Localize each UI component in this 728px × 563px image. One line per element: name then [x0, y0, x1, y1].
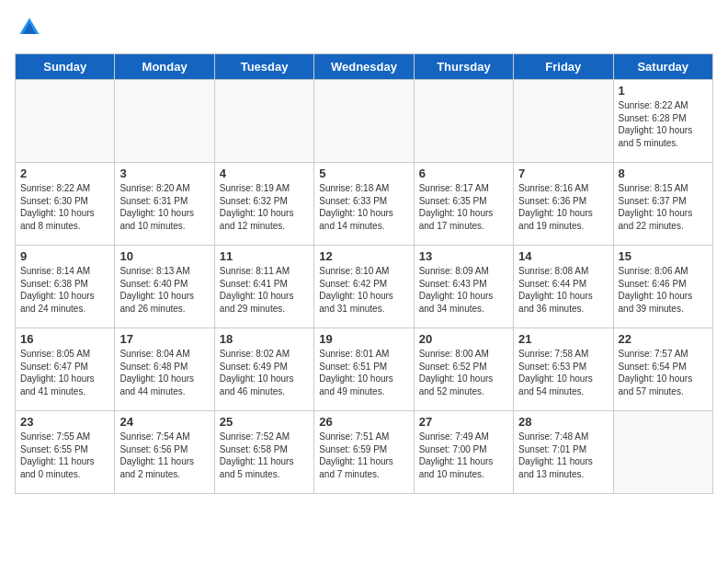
calendar-day-cell: 14Sunrise: 8:08 AM Sunset: 6:44 PM Dayli… [514, 246, 613, 328]
day-info: Sunrise: 8:13 AM Sunset: 6:40 PM Dayligh… [119, 265, 209, 315]
day-number: 8 [619, 167, 708, 180]
calendar-day-cell: 21Sunrise: 7:58 AM Sunset: 6:53 PM Dayli… [514, 328, 613, 411]
calendar-week-row: 9Sunrise: 8:14 AM Sunset: 6:38 PM Daylig… [16, 246, 713, 328]
day-info: Sunrise: 8:22 AM Sunset: 6:30 PM Dayligh… [20, 182, 109, 232]
calendar-day-cell: 28Sunrise: 7:48 AM Sunset: 7:01 PM Dayli… [514, 411, 613, 494]
day-number: 9 [20, 249, 109, 263]
calendar-day-cell [214, 80, 313, 163]
day-number: 3 [119, 167, 209, 180]
day-info: Sunrise: 7:57 AM Sunset: 6:54 PM Dayligh… [619, 348, 708, 397]
calendar-day-cell: 27Sunrise: 7:49 AM Sunset: 7:00 PM Dayli… [414, 411, 513, 494]
day-of-week-header: Thursday [414, 54, 513, 80]
day-info: Sunrise: 8:11 AM Sunset: 6:41 PM Dayligh… [220, 265, 309, 315]
day-of-week-header: Wednesday [314, 54, 414, 80]
page-header [15, 15, 713, 44]
day-info: Sunrise: 8:02 AM Sunset: 6:49 PM Dayligh… [220, 348, 309, 397]
calendar-day-cell: 12Sunrise: 8:10 AM Sunset: 6:42 PM Dayli… [314, 246, 414, 328]
day-number: 28 [518, 415, 608, 429]
calendar-day-cell [414, 80, 513, 163]
day-number: 10 [119, 249, 209, 263]
calendar-day-cell [314, 80, 414, 163]
day-info: Sunrise: 8:16 AM Sunset: 6:36 PM Dayligh… [518, 182, 608, 232]
day-info: Sunrise: 7:55 AM Sunset: 6:55 PM Dayligh… [20, 431, 109, 480]
calendar-day-cell: 20Sunrise: 8:00 AM Sunset: 6:52 PM Dayli… [414, 328, 513, 411]
calendar-day-cell: 25Sunrise: 7:52 AM Sunset: 6:58 PM Dayli… [214, 411, 313, 494]
day-info: Sunrise: 8:15 AM Sunset: 6:37 PM Dayligh… [619, 182, 708, 232]
day-number: 18 [220, 332, 309, 346]
day-info: Sunrise: 8:08 AM Sunset: 6:44 PM Dayligh… [518, 265, 608, 315]
calendar-day-cell: 7Sunrise: 8:16 AM Sunset: 6:36 PM Daylig… [514, 163, 613, 246]
day-number: 27 [419, 415, 508, 429]
day-number: 4 [220, 167, 309, 180]
day-of-week-header: Monday [115, 54, 214, 80]
day-number: 25 [220, 415, 309, 429]
calendar-day-cell [514, 80, 613, 163]
day-number: 23 [20, 415, 109, 429]
day-info: Sunrise: 8:09 AM Sunset: 6:43 PM Dayligh… [419, 265, 508, 315]
day-number: 17 [119, 332, 209, 346]
day-number: 1 [619, 84, 708, 98]
day-number: 24 [119, 415, 209, 429]
calendar-week-row: 1Sunrise: 8:22 AM Sunset: 6:28 PM Daylig… [16, 80, 713, 163]
logo [15, 15, 46, 44]
day-info: Sunrise: 8:05 AM Sunset: 6:47 PM Dayligh… [20, 348, 109, 397]
day-info: Sunrise: 7:48 AM Sunset: 7:01 PM Dayligh… [518, 431, 608, 480]
day-number: 16 [20, 332, 109, 346]
day-of-week-header: Friday [514, 54, 613, 80]
day-info: Sunrise: 8:18 AM Sunset: 6:33 PM Dayligh… [319, 182, 408, 232]
day-number: 19 [319, 332, 408, 346]
day-info: Sunrise: 8:17 AM Sunset: 6:35 PM Dayligh… [419, 182, 508, 232]
day-number: 15 [619, 249, 708, 263]
calendar-week-row: 2Sunrise: 8:22 AM Sunset: 6:30 PM Daylig… [16, 163, 713, 246]
day-of-week-header: Saturday [613, 54, 712, 80]
calendar-day-cell: 6Sunrise: 8:17 AM Sunset: 6:35 PM Daylig… [414, 163, 513, 246]
day-of-week-header: Tuesday [214, 54, 313, 80]
calendar-day-cell: 18Sunrise: 8:02 AM Sunset: 6:49 PM Dayli… [214, 328, 313, 411]
day-number: 11 [220, 249, 309, 263]
calendar-day-cell: 26Sunrise: 7:51 AM Sunset: 6:59 PM Dayli… [314, 411, 414, 494]
calendar-table: SundayMondayTuesdayWednesdayThursdayFrid… [15, 53, 713, 494]
calendar-day-cell: 3Sunrise: 8:20 AM Sunset: 6:31 PM Daylig… [115, 163, 214, 246]
calendar-day-cell: 2Sunrise: 8:22 AM Sunset: 6:30 PM Daylig… [16, 163, 115, 246]
calendar-day-cell: 19Sunrise: 8:01 AM Sunset: 6:51 PM Dayli… [314, 328, 414, 411]
day-number: 26 [319, 415, 408, 429]
day-info: Sunrise: 7:49 AM Sunset: 7:00 PM Dayligh… [419, 431, 508, 480]
day-number: 21 [518, 332, 608, 346]
calendar-week-row: 23Sunrise: 7:55 AM Sunset: 6:55 PM Dayli… [16, 411, 713, 494]
day-info: Sunrise: 7:52 AM Sunset: 6:58 PM Dayligh… [220, 431, 309, 480]
day-info: Sunrise: 8:01 AM Sunset: 6:51 PM Dayligh… [319, 348, 408, 397]
calendar-day-cell [115, 80, 214, 163]
day-number: 12 [319, 249, 408, 263]
day-info: Sunrise: 8:06 AM Sunset: 6:46 PM Dayligh… [619, 265, 708, 315]
day-info: Sunrise: 7:54 AM Sunset: 6:56 PM Dayligh… [119, 431, 209, 480]
day-number: 2 [20, 167, 109, 180]
calendar-day-cell: 23Sunrise: 7:55 AM Sunset: 6:55 PM Dayli… [16, 411, 115, 494]
calendar-week-row: 16Sunrise: 8:05 AM Sunset: 6:47 PM Dayli… [16, 328, 713, 411]
day-of-week-header: Sunday [16, 54, 115, 80]
calendar-day-cell: 11Sunrise: 8:11 AM Sunset: 6:41 PM Dayli… [214, 246, 313, 328]
day-number: 7 [518, 167, 608, 180]
logo-icon [17, 15, 42, 40]
day-info: Sunrise: 7:51 AM Sunset: 6:59 PM Dayligh… [319, 431, 408, 480]
day-info: Sunrise: 8:04 AM Sunset: 6:48 PM Dayligh… [119, 348, 209, 397]
calendar-day-cell: 24Sunrise: 7:54 AM Sunset: 6:56 PM Dayli… [115, 411, 214, 494]
calendar-day-cell: 17Sunrise: 8:04 AM Sunset: 6:48 PM Dayli… [115, 328, 214, 411]
calendar-day-cell [16, 80, 115, 163]
day-number: 20 [419, 332, 508, 346]
calendar-day-cell: 10Sunrise: 8:13 AM Sunset: 6:40 PM Dayli… [115, 246, 214, 328]
calendar-day-cell: 16Sunrise: 8:05 AM Sunset: 6:47 PM Dayli… [16, 328, 115, 411]
day-number: 6 [419, 167, 508, 180]
day-info: Sunrise: 8:20 AM Sunset: 6:31 PM Dayligh… [119, 182, 209, 232]
day-info: Sunrise: 8:22 AM Sunset: 6:28 PM Dayligh… [619, 99, 708, 149]
calendar-day-cell: 15Sunrise: 8:06 AM Sunset: 6:46 PM Dayli… [613, 246, 712, 328]
calendar-day-cell: 9Sunrise: 8:14 AM Sunset: 6:38 PM Daylig… [16, 246, 115, 328]
day-info: Sunrise: 8:10 AM Sunset: 6:42 PM Dayligh… [319, 265, 408, 315]
calendar-day-cell: 13Sunrise: 8:09 AM Sunset: 6:43 PM Dayli… [414, 246, 513, 328]
calendar-day-cell: 4Sunrise: 8:19 AM Sunset: 6:32 PM Daylig… [214, 163, 313, 246]
day-number: 22 [619, 332, 708, 346]
calendar-day-cell: 8Sunrise: 8:15 AM Sunset: 6:37 PM Daylig… [613, 163, 712, 246]
day-info: Sunrise: 8:14 AM Sunset: 6:38 PM Dayligh… [20, 265, 109, 315]
calendar-day-cell: 1Sunrise: 8:22 AM Sunset: 6:28 PM Daylig… [613, 80, 712, 163]
day-number: 5 [319, 167, 408, 180]
calendar-day-cell [613, 411, 712, 494]
